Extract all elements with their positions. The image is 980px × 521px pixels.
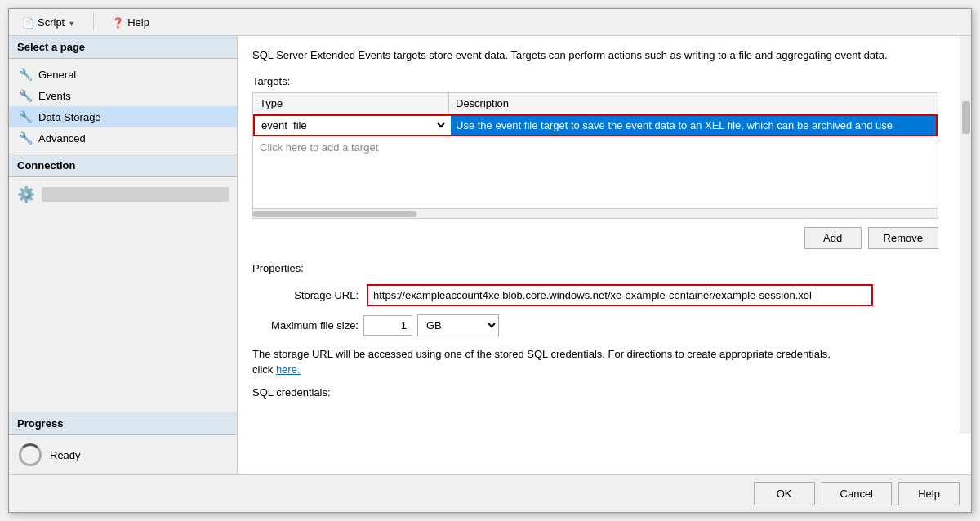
connection-bar	[42, 187, 229, 202]
script-label: Script	[38, 16, 65, 29]
sidebar-item-advanced-label: Advanced	[38, 132, 86, 145]
progress-header: Progress	[9, 412, 237, 435]
sidebar-item-advanced[interactable]: 🔧 Advanced	[9, 127, 237, 149]
col-type-header: Type	[253, 93, 449, 114]
dialog-footer: OK Cancel Help	[9, 474, 971, 512]
general-icon: 🔧	[19, 68, 32, 81]
targets-table-header: Type Description	[253, 93, 938, 114]
right-scrollbar-thumb	[962, 101, 970, 134]
empty-row	[253, 159, 938, 208]
select-page-header: Select a page	[9, 36, 237, 59]
right-scrollbar[interactable]	[960, 36, 971, 434]
info-text: The storage URL will be accessed using o…	[252, 346, 906, 378]
left-panel: Select a page 🔧 General 🔧 Events 🔧 Data …	[9, 36, 238, 474]
table-actions: Add Remove	[252, 227, 938, 249]
sql-credentials-label: SQL credentials:	[252, 386, 956, 399]
sidebar-item-data-storage-label: Data Storage	[38, 111, 101, 123]
footer-help-button[interactable]: Help	[898, 482, 960, 505]
right-panel: SQL Server Extended Events targets store…	[238, 36, 971, 474]
help-label: Help	[127, 16, 149, 29]
connection-section: Connection ⚙️	[9, 154, 237, 212]
remove-button[interactable]: Remove	[868, 227, 938, 249]
ok-button[interactable]: OK	[754, 482, 815, 505]
script-icon	[22, 16, 34, 29]
dialog-window: Script Help Select a page 🔧 General 🔧 Ev…	[8, 8, 972, 513]
max-file-size-label: Maximum file size:	[252, 319, 359, 332]
toolbar: Script Help	[9, 9, 971, 36]
help-icon	[112, 16, 124, 29]
script-chevron-icon	[68, 16, 75, 29]
targets-table: Type Description event_file Use the even…	[252, 92, 938, 219]
description-cell: Use the event file target to save the ev…	[451, 116, 936, 135]
filesize-row: Maximum file size: GB KB MB TB	[252, 314, 956, 336]
info-text-1: The storage URL will be accessed using o…	[252, 348, 831, 360]
scrollbar-thumb	[253, 211, 416, 217]
add-target-placeholder: Click here to add a target	[260, 141, 378, 154]
connection-content: ⚙️	[9, 177, 237, 212]
cancel-button[interactable]: Cancel	[822, 482, 892, 505]
connection-icon: ⚙️	[17, 185, 35, 203]
properties-label: Properties:	[252, 262, 956, 274]
horizontal-scrollbar[interactable]	[253, 208, 938, 218]
storage-url-label: Storage URL:	[252, 289, 359, 301]
data-storage-icon: 🔧	[19, 110, 32, 123]
sidebar-item-events-label: Events	[38, 90, 71, 102]
toolbar-separator	[93, 14, 94, 30]
progress-spinner	[19, 443, 42, 466]
sidebar-item-general[interactable]: 🔧 General	[9, 64, 237, 85]
filesize-unit-select[interactable]: GB KB MB TB	[417, 314, 499, 336]
col-description-header: Description	[449, 93, 938, 114]
storage-url-row: Storage URL:	[252, 284, 956, 306]
help-button[interactable]: Help	[107, 15, 154, 30]
storage-url-input[interactable]	[367, 284, 873, 306]
advanced-icon: 🔧	[19, 131, 32, 145]
dialog-body: Select a page 🔧 General 🔧 Events 🔧 Data …	[9, 36, 971, 474]
progress-status: Ready	[50, 449, 81, 461]
sidebar-item-general-label: General	[38, 69, 76, 81]
table-row-event-file: event_file Use the event file target to …	[253, 114, 938, 136]
info-link[interactable]: here.	[276, 363, 301, 376]
filesize-input[interactable]	[363, 315, 412, 336]
progress-section: Progress Ready	[9, 412, 237, 474]
script-button[interactable]: Script	[17, 15, 80, 30]
sidebar-item-events[interactable]: 🔧 Events	[9, 85, 237, 106]
type-select[interactable]: event_file	[258, 118, 448, 132]
progress-content: Ready	[9, 435, 237, 474]
targets-label: Targets:	[252, 75, 956, 87]
add-button[interactable]: Add	[804, 227, 862, 249]
nav-list: 🔧 General 🔧 Events 🔧 Data Storage 🔧 Adva…	[9, 59, 237, 154]
events-icon: 🔧	[19, 89, 32, 102]
info-text-2: click	[252, 363, 276, 376]
add-target-row[interactable]: Click here to add a target	[253, 136, 938, 159]
sidebar-item-data-storage[interactable]: 🔧 Data Storage	[9, 106, 237, 127]
connection-header: Connection	[9, 154, 237, 177]
description-text: SQL Server Extended Events targets store…	[252, 47, 922, 64]
type-cell[interactable]: event_file	[255, 116, 451, 135]
